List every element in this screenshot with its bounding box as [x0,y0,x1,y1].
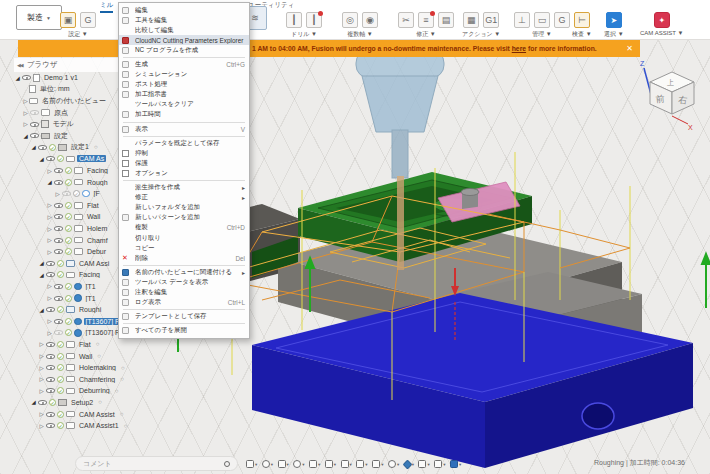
menu-item-0[interactable]: 編集 [119,5,249,15]
cam-assist-icon[interactable]: ✦ [654,12,670,28]
chevron-down-icon[interactable]: ▾ [318,462,320,467]
chevron-down-icon[interactable]: ▾ [459,462,461,467]
collapse-arrow-icon[interactable]: ◢ [46,179,53,185]
tree-item-deburring[interactable]: ▷✓Deburring○ [14,385,150,397]
expand-arrow-icon[interactable]: ▷ [54,191,61,197]
menu-item-5[interactable]: 生成Ctrl+G [119,59,249,69]
setup-group-label[interactable]: 設定 ▼ [68,30,88,39]
menu-item-9[interactable]: ツールパスをクリア [119,100,249,110]
visibility-eye-icon[interactable] [54,226,63,231]
tree-item-cam-assist1[interactable]: ▷✓CAM Assist1○ [14,420,150,432]
collapse-arrow-icon[interactable]: ◢ [30,399,37,405]
orbit-nav-item[interactable]: ▾ [262,460,273,468]
chevron-down-icon[interactable]: ▾ [350,462,352,467]
visibility-eye-icon[interactable] [46,261,55,266]
menu-item-17[interactable]: 修正▸ [119,193,249,203]
expand-arrow-icon[interactable]: ▷ [46,237,53,243]
collapse-arrow-icon[interactable]: ◢ [14,75,21,81]
menu-item-11[interactable]: 表示V [119,124,249,134]
select-group-label[interactable]: 選択 ▼ [604,30,624,39]
visibility-eye-icon[interactable] [30,133,39,138]
menu-item-25[interactable]: ツールパス データを表示 [119,277,249,287]
menu-item-2[interactable]: 比較して編集 [119,25,249,35]
menu-item-12[interactable]: パラメータを既定として保存 [119,138,249,148]
menu-item-13[interactable]: 抑制 [119,148,249,158]
workspace-selector[interactable]: 製造 ▼ [16,5,62,30]
chevron-down-icon[interactable]: ▾ [381,462,383,467]
expand-arrow-icon[interactable]: ▷ [46,168,53,174]
tree-item-setup2[interactable]: ◢✓Setup2○ [14,397,150,409]
banner-link[interactable]: here [512,45,526,52]
expand-arrow-icon[interactable]: ▷ [46,249,53,255]
visibility-eye-icon[interactable] [38,145,47,150]
expand-arrow-icon[interactable]: ▷ [46,202,53,208]
visual-style-icon[interactable] [402,459,412,469]
visibility-eye-icon[interactable] [54,296,63,301]
refresh-nav-item[interactable]: ▾ [388,460,399,468]
chevron-down-icon[interactable]: ▾ [334,462,336,467]
expand-arrow-icon[interactable]: ▷ [38,353,45,359]
menu-item-3[interactable]: CloudNC Cutting Parameters Explorer [119,35,249,45]
visibility-eye-icon[interactable] [46,354,55,359]
menu-item-18[interactable]: 新しいフォルダを追加 [119,203,249,213]
menu-item-20[interactable]: 複製Ctrl+D [119,223,249,233]
collapse-arrow-icon[interactable]: ◢ [38,307,45,313]
menu-item-29[interactable]: すべての子を展開 [119,326,249,336]
multiaxis-flow-icon[interactable]: ◉ [362,12,378,28]
expand-arrow-icon[interactable]: ▷ [22,110,29,116]
visibility-eye-icon[interactable] [54,330,63,335]
visibility-eye-icon[interactable] [62,191,71,196]
menu-item-10[interactable]: 加工時間 [119,110,249,120]
new-setup-icon[interactable]: ▣ [60,12,76,28]
delete-passes-icon[interactable]: ≡ [418,12,434,28]
trim-toolpath-icon[interactable]: ✂ [398,12,414,28]
expand-arrow-icon[interactable]: ▷ [46,295,53,301]
visibility-eye-icon[interactable] [46,377,55,382]
modify-group-label[interactable]: 修正 ▼ [416,30,436,39]
tree-item-flat[interactable]: ▷✓Flat○ [14,339,150,351]
visibility-eye-icon[interactable] [46,365,55,370]
machine-library-icon[interactable]: ▭ [534,12,550,28]
zoom-icon[interactable] [293,460,301,468]
zoom-window-icon[interactable] [309,460,317,468]
template-library-icon[interactable]: G [554,12,570,28]
visibility-eye-icon[interactable] [46,423,55,428]
collapse-arrow-icon[interactable]: ◢ [38,156,45,162]
collapse-arrow-icon[interactable]: ◢ [38,272,45,278]
visibility-eye-icon[interactable] [54,319,63,324]
comment-input[interactable]: コメント [75,456,238,471]
chevron-down-icon[interactable]: ▾ [443,462,445,467]
expand-arrow-icon[interactable]: ▷ [38,411,45,417]
chevron-down-icon[interactable]: ▾ [271,462,273,467]
visibility-eye-icon[interactable] [54,238,63,243]
browser-collapse-icon[interactable]: ◀◀ [17,62,23,68]
display-settings-nav-item[interactable]: ▾ [341,460,352,468]
manage-group-label[interactable]: 管理 ▼ [532,30,552,39]
tree-item-wall[interactable]: ▷✓Wall○ [14,350,150,362]
journal-nav-item[interactable]: ▾ [450,460,461,468]
collapse-arrow-icon[interactable]: ◢ [22,133,29,139]
menu-item-4[interactable]: NC プログラムを作成 [119,45,249,55]
tree-item-holemaking[interactable]: ▷✓Holemaking○ [14,362,150,374]
look-at-icon[interactable] [325,460,333,468]
visibility-eye-icon[interactable] [46,342,55,347]
chevron-down-icon[interactable]: ▾ [397,462,399,467]
hand-icon[interactable] [278,460,286,468]
tab-mill[interactable]: ミル [100,1,113,13]
expand-arrow-icon[interactable]: ▷ [22,98,29,104]
menu-item-21[interactable]: 切り取り [119,233,249,243]
edit-passes-icon[interactable]: ▤ [438,12,454,28]
visibility-eye-icon[interactable] [54,180,63,185]
collapse-arrow-icon[interactable]: ◢ [30,144,37,150]
zoom-window-nav-item[interactable]: ▾ [309,460,320,468]
visibility-eye-icon[interactable] [46,156,55,161]
menu-item-24[interactable]: 名前の付いたビューに関連付ける▸ [119,267,249,277]
expand-arrow-icon[interactable]: ▷ [46,226,53,232]
chevron-down-icon[interactable]: ▾ [427,462,429,467]
journal-icon[interactable] [450,460,458,468]
visual-style-nav-item[interactable]: ▾ [404,461,414,468]
camera-icon[interactable] [418,460,426,468]
visibility-eye-icon[interactable] [46,388,55,393]
menu-item-6[interactable]: シミュレーション [119,70,249,80]
visibility-eye-icon[interactable] [30,110,39,115]
